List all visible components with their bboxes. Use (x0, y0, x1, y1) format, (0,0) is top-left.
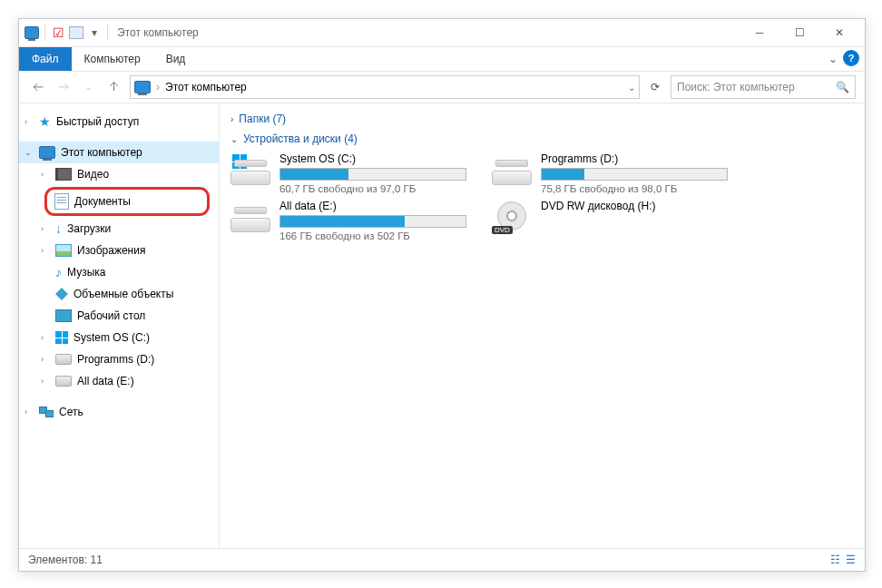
nav-drive-d[interactable]: ›Programms (D:) (19, 348, 219, 370)
maximize-button[interactable]: ☐ (779, 19, 819, 46)
expand-icon[interactable]: › (24, 407, 27, 416)
nav-recent-dropdown[interactable]: ⌄ (79, 77, 99, 97)
nav-label: All data (E:) (77, 375, 134, 387)
minimize-button[interactable]: ─ (740, 19, 779, 46)
pictures-icon (55, 244, 72, 257)
qat-dropdown-icon[interactable]: ▾ (87, 25, 102, 40)
content-pane[interactable]: ›Папки (7) ⌄Устройства и диски (4) Syste… (220, 103, 865, 548)
breadcrumb-location[interactable]: Этот компьютер (165, 81, 247, 93)
nav-label: Документы (74, 195, 131, 208)
video-icon (55, 168, 72, 181)
search-icon[interactable]: 🔍 (836, 81, 849, 93)
tab-computer[interactable]: Компьютер (72, 47, 153, 71)
nav-3d-objects[interactable]: Объемные объекты (19, 283, 219, 305)
nav-quick-access[interactable]: ›★Быстрый доступ (19, 111, 219, 132)
pc-icon (39, 146, 55, 159)
nav-label: Объемные объекты (74, 288, 173, 300)
group-label: Устройства и диски (4) (243, 132, 358, 145)
explorer-window: ☑ ▾ Этот компьютер ─ ☐ ✕ Файл Компьютер … (18, 18, 866, 572)
separator (44, 24, 45, 41)
windows-icon (55, 331, 68, 344)
document-icon (54, 193, 69, 210)
expand-icon[interactable]: › (41, 333, 44, 342)
nav-pictures[interactable]: ›Изображения (19, 240, 219, 261)
drive-icon (230, 154, 270, 185)
ribbon-tabs: Файл Компьютер Вид ⌄ ? (19, 47, 865, 72)
chevron-down-icon: ⌄ (230, 134, 238, 144)
nav-drive-e[interactable]: ›All data (E:) (19, 370, 219, 392)
close-button[interactable]: ✕ (819, 19, 859, 46)
download-icon: ↓ (55, 221, 62, 236)
dvd-icon: DVD (492, 201, 532, 232)
desktop-icon (55, 309, 72, 322)
star-icon: ★ (39, 114, 51, 129)
nav-label: Загрузки (67, 222, 111, 235)
nav-downloads[interactable]: ›↓Загрузки (19, 218, 219, 240)
tab-view[interactable]: Вид (153, 47, 199, 71)
expand-icon[interactable]: › (41, 355, 44, 364)
drive-name: DVD RW дисковод (H:) (541, 200, 728, 212)
capacity-bar (279, 168, 466, 181)
pc-icon (134, 81, 151, 93)
ribbon-expand-icon[interactable]: ⌄ (828, 47, 838, 71)
drive-icon (230, 201, 270, 232)
drive-name: System OS (C:) (279, 152, 466, 165)
expand-icon[interactable]: › (24, 117, 27, 126)
network-icon (39, 407, 54, 417)
drive-name: Programms (D:) (541, 152, 728, 165)
search-placeholder: Поиск: Этот компьютер (677, 81, 795, 93)
nav-video[interactable]: ›Видео (19, 163, 219, 185)
drive-icon (55, 354, 72, 365)
view-large-icon[interactable]: ☰ (846, 554, 856, 566)
address-bar-row: 🡠 🡢 ⌄ 🡡 › Этот компьютер ⌄ ⟳ Поиск: Этот… (19, 72, 865, 103)
capacity-bar (279, 215, 466, 228)
drive-name: All data (E:) (279, 200, 466, 212)
status-text: Элементов: 11 (28, 554, 103, 566)
qat-checkbox-icon[interactable]: ☑ (51, 25, 65, 40)
nav-label: Рабочий стол (77, 309, 145, 322)
expand-icon[interactable]: › (41, 170, 44, 179)
nav-this-pc[interactable]: ⌄Этот компьютер (19, 142, 219, 163)
drive-h-dvd[interactable]: DVD DVD RW дисковод (H:) (492, 200, 728, 241)
qat-folder-icon[interactable] (69, 25, 83, 40)
nav-label: System OS (C:) (74, 331, 150, 344)
group-folders[interactable]: ›Папки (7) (230, 113, 854, 125)
expand-icon[interactable]: › (41, 377, 44, 386)
nav-forward-button[interactable]: 🡢 (54, 77, 74, 97)
nav-label: Этот компьютер (61, 146, 142, 159)
objects3d-icon (55, 288, 68, 300)
status-bar: Элементов: 11 ☷ ☰ (19, 548, 865, 571)
nav-drive-c[interactable]: ›System OS (C:) (19, 327, 219, 348)
nav-network[interactable]: ›Сеть (19, 401, 219, 423)
expand-icon[interactable]: › (41, 224, 44, 233)
address-bar[interactable]: › Этот компьютер ⌄ (130, 75, 640, 99)
tab-file[interactable]: Файл (19, 47, 72, 71)
nav-back-button[interactable]: 🡠 (28, 77, 48, 97)
group-label: Папки (7) (239, 113, 286, 125)
capacity-fill (542, 169, 584, 180)
chevron-right-icon: › (230, 114, 233, 124)
capacity-fill (280, 216, 405, 227)
drive-d[interactable]: Programms (D:) 75,8 ГБ свободно из 98,0 … (492, 152, 728, 194)
drive-c[interactable]: System OS (C:) 60,7 ГБ свободно из 97,0 … (230, 152, 466, 194)
nav-documents[interactable]: Документы (44, 187, 210, 216)
nav-label: Видео (77, 168, 109, 181)
nav-desktop[interactable]: Рабочий стол (19, 305, 219, 327)
search-input[interactable]: Поиск: Этот компьютер 🔍 (671, 75, 856, 99)
nav-label: Музыка (67, 266, 105, 279)
group-drives[interactable]: ⌄Устройства и диски (4) (230, 132, 854, 145)
drive-free-text: 60,7 ГБ свободно из 97,0 ГБ (279, 183, 466, 194)
drive-e[interactable]: All data (E:) 166 ГБ свободно из 502 ГБ (230, 200, 466, 241)
nav-label: Быстрый доступ (56, 115, 139, 128)
drive-free-text: 75,8 ГБ свободно из 98,0 ГБ (541, 183, 728, 194)
view-details-icon[interactable]: ☷ (830, 554, 840, 566)
address-dropdown-icon[interactable]: ⌄ (628, 83, 635, 93)
drive-icon (55, 376, 72, 387)
collapse-icon[interactable]: ⌄ (24, 148, 32, 157)
refresh-button[interactable]: ⟳ (645, 77, 665, 97)
expand-icon[interactable]: › (41, 246, 44, 255)
nav-music[interactable]: ♪Музыка (19, 261, 219, 283)
help-button[interactable]: ? (843, 50, 859, 66)
nav-label: Сеть (59, 406, 83, 418)
nav-up-button[interactable]: 🡡 (104, 77, 124, 97)
